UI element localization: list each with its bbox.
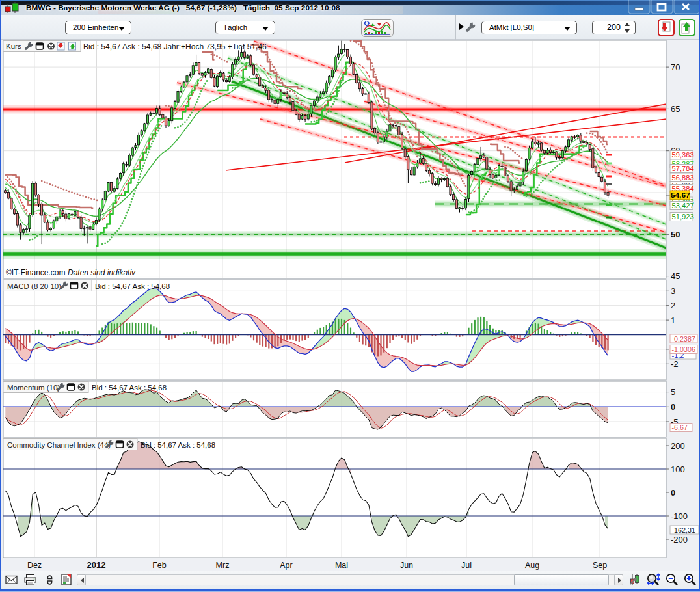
svg-text:45: 45 — [671, 271, 680, 281]
svg-text:-1,0306: -1,0306 — [672, 345, 696, 353]
svg-text:100: 100 — [671, 464, 685, 474]
svg-text:3: 3 — [671, 286, 675, 296]
svg-text:Sep: Sep — [593, 561, 607, 570]
svg-text:51,923: 51,923 — [672, 213, 694, 221]
svg-text:70: 70 — [671, 62, 680, 72]
svg-text:0: 0 — [671, 488, 675, 498]
svg-text:Dez: Dez — [27, 561, 42, 570]
svg-text:Commodity Channel Index (44): Commodity Channel Index (44) — [7, 441, 111, 449]
svg-text:Aug: Aug — [525, 561, 539, 570]
svg-text:0: 0 — [671, 402, 675, 412]
svg-text:Bid : 54,67 Ask : 54,68: Bid : 54,67 Ask : 54,68 — [95, 282, 170, 290]
svg-text:-100: -100 — [671, 511, 688, 521]
svg-text:59,363: 59,363 — [672, 151, 694, 159]
svg-text:MACD (8 20 10): MACD (8 20 10) — [7, 282, 61, 290]
svg-text:56,883: 56,883 — [672, 174, 694, 182]
svg-text:57,784: 57,784 — [672, 165, 694, 172]
svg-text:Bid : 54,67 Ask : 54,68 Jahr:+: Bid : 54,67 Ask : 54,68 Jahr:+Hoch 73,95… — [83, 42, 267, 51]
svg-text:Daten sind indikativ: Daten sind indikativ — [68, 268, 136, 277]
svg-text:Jul: Jul — [461, 561, 472, 570]
svg-text:53,427: 53,427 — [672, 202, 694, 209]
svg-text:Kurs: Kurs — [6, 42, 21, 50]
svg-text:-162,31: -162,31 — [672, 526, 696, 534]
svg-text:54,67: 54,67 — [671, 191, 690, 200]
svg-text:2: 2 — [671, 301, 675, 310]
svg-text:Mrz: Mrz — [216, 561, 230, 570]
svg-text:Mai: Mai — [335, 561, 348, 570]
svg-text:-6,67: -6,67 — [672, 424, 688, 431]
svg-text:©IT-Finance.com: ©IT-Finance.com — [6, 268, 66, 277]
svg-text:200: 200 — [671, 441, 685, 451]
svg-text:Momentum (10): Momentum (10) — [7, 384, 60, 392]
svg-text:Bid : 54,67 Ask : 54,68: Bid : 54,67 Ask : 54,68 — [92, 384, 167, 392]
svg-text:5: 5 — [671, 387, 675, 397]
svg-text:1: 1 — [671, 316, 675, 325]
svg-text:-0,2387: -0,2387 — [672, 335, 696, 343]
svg-text:2012: 2012 — [87, 560, 106, 570]
svg-text:Jun: Jun — [400, 561, 413, 570]
svg-text:50: 50 — [671, 230, 680, 239]
svg-text:Bid : 54,67 Ask : 54,68: Bid : 54,67 Ask : 54,68 — [141, 441, 215, 449]
svg-text:65: 65 — [671, 104, 680, 114]
svg-text:-2: -2 — [671, 359, 679, 369]
svg-text:Apr: Apr — [280, 561, 292, 570]
svg-text:-200: -200 — [671, 535, 688, 545]
svg-text:Feb: Feb — [152, 561, 167, 570]
